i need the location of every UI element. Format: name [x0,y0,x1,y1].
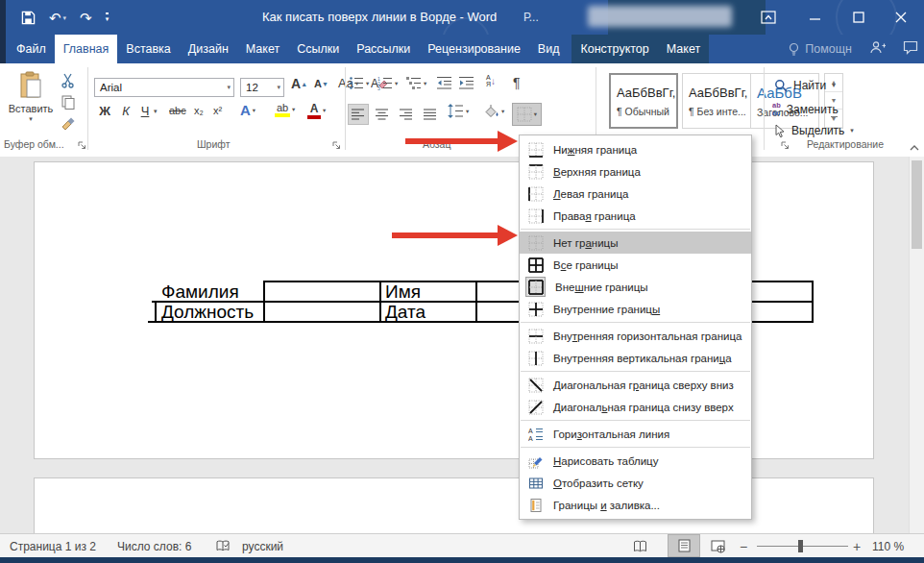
menu-item-border-right[interactable]: Правая граница [520,205,751,227]
tab-конструктор[interactable]: Конструктор [571,35,657,63]
tab-рассылки[interactable]: Рассылки [348,35,419,63]
style-card[interactable]: АаБбВвГг,¶ Обычный [609,73,678,129]
close-button[interactable] [888,0,914,35]
font-name-combo[interactable]: Arial▾ [94,78,234,97]
shading-button[interactable]: ▾ [482,104,504,119]
menu-item-border-inside-vertical[interactable]: Внутренняя вертикальная граница [520,347,751,369]
user-account-label[interactable]: Р... [523,11,539,24]
collapse-ribbon-button[interactable] [909,138,920,156]
share-contact-icon[interactable] [869,40,886,59]
undo-dropdown-caret[interactable]: ▾ [63,14,67,21]
highlight-color-button[interactable]: ab▾ [275,102,295,117]
superscript-button[interactable]: x² [213,105,222,116]
comments-icon[interactable] [903,40,918,59]
italic-button[interactable]: К [117,104,134,118]
align-right-button[interactable] [396,104,417,125]
font-dialog-launcher[interactable] [331,137,343,149]
menu-item-border-inside[interactable]: Внутренние границы [520,298,751,320]
maximize-button[interactable] [845,0,872,35]
vertical-scrollbar[interactable] [909,157,924,533]
print-layout-button[interactable] [668,534,700,557]
menu-item-border-inside-horizontal[interactable]: Внутренняя горизонтальная граница [520,325,751,347]
tab-вид[interactable]: Вид [529,35,569,63]
underline-button[interactable]: Ч [138,104,152,118]
menu-item-border-diagonal-down[interactable]: Диагональная граница сверху вниз [520,374,751,396]
table-cell-text[interactable]: Дата [385,302,426,323]
strikethrough-button[interactable]: abc [169,105,186,116]
find-dropdown-caret[interactable]: ▾ [832,82,836,89]
web-layout-button[interactable] [711,534,725,558]
menu-item-border-outside[interactable]: Внешние границы [520,276,751,298]
grow-font-button[interactable]: A▲ [291,76,307,91]
menu-item-border-diagonal-up[interactable]: Диагональная граница снизу вверх [520,396,751,418]
bullets-button[interactable]: ▾ [349,76,369,90]
tab-вставка[interactable]: Вставка [117,35,179,63]
menu-item-border-none[interactable]: Нет границы [520,232,751,254]
table-cell-text[interactable]: Должность [161,302,254,323]
menu-item-borders-shading[interactable]: Границы и заливка... [520,494,751,516]
cut-button[interactable] [61,73,76,88]
redo-button[interactable]: ↷ [80,11,92,25]
menu-item-border-bottom[interactable]: Нижняя граница [520,138,751,160]
tell-me-assistant[interactable]: Помощн [788,42,852,57]
menu-item-border-all[interactable]: Все границы [520,254,751,276]
font-size-combo[interactable]: 12▾ [240,78,284,97]
table-cell-text[interactable]: Имя [385,282,421,303]
align-center-button[interactable] [372,104,393,125]
zoom-level[interactable]: 110 % [872,534,904,558]
undo-button[interactable]: ↶▾ [49,11,66,25]
shrink-font-button[interactable]: A▼ [314,78,328,89]
borders-button[interactable]: ▾ [512,103,542,126]
word-count[interactable]: Число слов: 6 [117,534,191,558]
align-left-button[interactable] [348,104,369,125]
tab-макет[interactable]: Макет [237,35,288,63]
save-button[interactable] [21,11,36,25]
read-mode-button[interactable] [632,534,648,558]
menu-item-border-top[interactable]: Верхняя граница [520,160,751,183]
language-indicator[interactable]: русский [242,534,283,558]
page-indicator[interactable]: Страница 1 из 2 [10,534,96,558]
line-spacing-button[interactable]: ▾ [448,104,469,118]
copy-button[interactable] [61,94,76,110]
underline-dropdown-caret[interactable]: ▾ [154,108,158,115]
ribbon-display-options-button[interactable] [755,0,782,35]
show-paragraph-marks-button[interactable]: ¶ [513,75,521,90]
format-painter-button[interactable] [61,115,76,131]
proofing-status-icon[interactable] [215,534,231,558]
subscript-button[interactable]: x₂ [194,105,204,116]
table-cell-text[interactable]: Фамилия [161,282,239,303]
tab-дизайн[interactable]: Дизайн [180,35,237,63]
tab-главная[interactable]: Главная [55,35,118,63]
find-button[interactable]: Найти▾ [774,79,836,92]
tab-файл[interactable]: Файл [8,35,55,63]
minimize-button[interactable] [802,0,829,35]
menu-item-horizontal-line[interactable]: ААГоризонтальная линия [520,423,751,445]
menu-item-draw-table[interactable]: Нарисовать таблицу [520,450,751,472]
decrease-indent-button[interactable] [437,76,452,90]
multilevel-list-button[interactable]: ▾ [406,76,426,90]
tab-макет[interactable]: Макет [658,35,709,63]
numbering-button[interactable]: 123▾ [377,76,398,90]
scrollbar-thumb[interactable] [912,160,922,249]
paste-dropdown-caret[interactable]: ▾ [29,115,33,123]
paste-button[interactable]: Вставить ▾ [6,71,56,135]
tab-ссылки[interactable]: Ссылки [288,35,348,63]
zoom-slider-thumb[interactable] [798,540,803,552]
text-effects-button[interactable]: А▾ [240,102,255,118]
justify-button[interactable] [420,104,441,125]
font-color-button[interactable]: А▾ [307,102,326,119]
menu-item-view-gridlines[interactable]: Отобразить сетку [520,472,751,494]
style-card[interactable]: АаБбВвГг,¶ Без инте... [682,73,751,129]
menu-item-border-left[interactable]: Левая граница [520,183,751,205]
tab-рецензирование[interactable]: Рецензирование [419,35,529,63]
replace-button[interactable]: ab ac Заменить [772,102,839,116]
zoom-in-button[interactable]: + [853,534,861,558]
sort-button[interactable]: АЯ↓ [486,74,496,87]
customize-qat-button[interactable]: ▾ [106,12,109,22]
select-dropdown-caret[interactable]: ▾ [850,127,854,135]
select-button[interactable]: Выделить▾ [774,124,854,137]
increase-indent-button[interactable] [459,76,474,90]
zoom-out-button[interactable]: − [740,534,747,558]
bold-button[interactable]: Ж [96,104,113,118]
editing-dialog-launcher[interactable] [780,137,791,149]
